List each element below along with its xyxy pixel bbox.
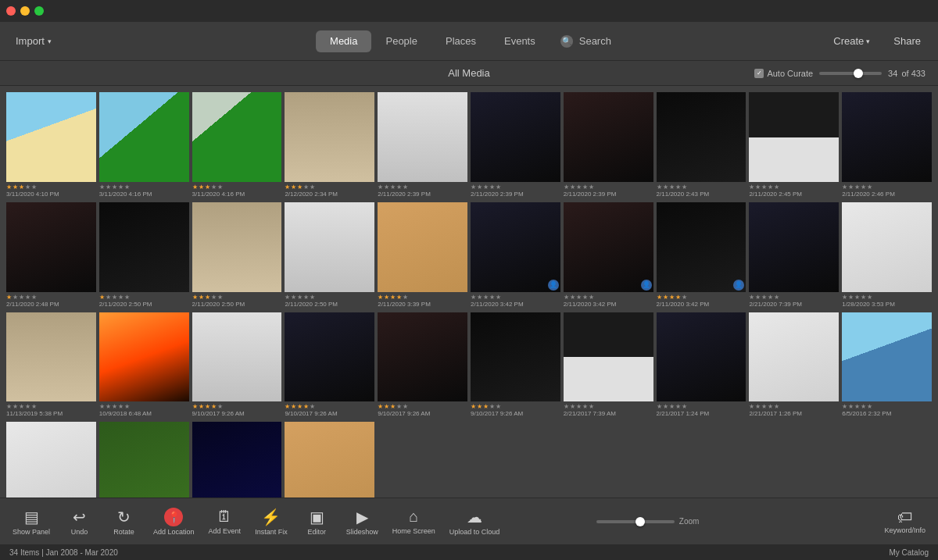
create-button[interactable]: Create ▾ (825, 32, 878, 50)
photo-item-8[interactable]: ★★★★★2/11/2020 2:43 PM (657, 92, 746, 199)
star-5[interactable]: ★ (310, 294, 315, 301)
photo-item-34[interactable]: ★★★★★1/20/2008 11:31 PM (285, 422, 374, 498)
star-rating[interactable]: ★★★★★ (99, 294, 189, 301)
star-3[interactable]: ★ (854, 184, 860, 191)
star-1[interactable]: ★ (378, 403, 383, 410)
star-rating[interactable]: ★★★★★ (471, 403, 560, 410)
star-rating[interactable]: ★★★★★ (564, 294, 653, 301)
star-1[interactable]: ★ (471, 403, 476, 410)
star-5[interactable]: ★ (496, 294, 501, 301)
star-1[interactable]: ★ (842, 184, 847, 191)
star-1[interactable]: ★ (657, 294, 662, 301)
star-5[interactable]: ★ (124, 403, 130, 410)
star-rating[interactable]: ★★★★★ (842, 294, 932, 301)
photo-item-1[interactable]: ★★★★★3/11/2020 4:10 PM (6, 92, 96, 199)
star-2[interactable]: ★ (291, 184, 296, 191)
star-4[interactable]: ★ (211, 294, 217, 301)
star-5[interactable]: ★ (403, 184, 408, 191)
photo-item-2[interactable]: ★★★★★3/11/2020 4:16 PM (99, 92, 189, 199)
star-5[interactable]: ★ (682, 403, 687, 410)
star-4[interactable]: ★ (25, 403, 30, 410)
star-5[interactable]: ★ (682, 184, 687, 191)
star-3[interactable]: ★ (112, 294, 117, 301)
star-2[interactable]: ★ (477, 403, 482, 410)
star-rating[interactable]: ★★★★★ (471, 294, 560, 301)
star-2[interactable]: ★ (199, 184, 204, 191)
photo-grid-container[interactable]: ★★★★★3/11/2020 4:10 PM★★★★★3/11/2020 4:1… (0, 86, 938, 498)
star-2[interactable]: ★ (106, 403, 111, 410)
photo-item-9[interactable]: ★★★★★2/11/2020 2:45 PM (749, 92, 839, 199)
slideshow-button[interactable]: ▶ Slideshow (340, 505, 385, 539)
star-1[interactable]: ★ (285, 294, 290, 301)
star-2[interactable]: ★ (384, 184, 389, 191)
add-location-button[interactable]: 📍 Add Location (147, 505, 201, 539)
star-1[interactable]: ★ (564, 294, 569, 301)
star-2[interactable]: ★ (291, 294, 296, 301)
star-rating[interactable]: ★★★★★ (749, 184, 839, 191)
star-rating[interactable]: ★★★★★ (6, 294, 96, 301)
star-2[interactable]: ★ (199, 294, 204, 301)
star-rating[interactable]: ★★★★★ (99, 184, 189, 191)
thumbnail-size-slider[interactable] (819, 72, 882, 75)
star-2[interactable]: ★ (291, 403, 296, 410)
star-5[interactable]: ★ (589, 403, 594, 410)
star-4[interactable]: ★ (211, 403, 217, 410)
star-2[interactable]: ★ (13, 184, 18, 191)
star-2[interactable]: ★ (755, 184, 761, 191)
star-3[interactable]: ★ (669, 403, 675, 410)
close-button[interactable] (6, 6, 16, 16)
star-1[interactable]: ★ (471, 184, 476, 191)
star-2[interactable]: ★ (477, 184, 482, 191)
star-3[interactable]: ★ (483, 403, 489, 410)
star-3[interactable]: ★ (390, 403, 396, 410)
star-1[interactable]: ★ (192, 403, 198, 410)
star-1[interactable]: ★ (285, 184, 290, 191)
star-5[interactable]: ★ (774, 294, 779, 301)
photo-item-16[interactable]: 👤★★★★★2/11/2020 3:42 PM (471, 202, 560, 309)
auto-curate[interactable]: ✓ Auto Curate (754, 69, 813, 78)
star-4[interactable]: ★ (489, 184, 495, 191)
star-4[interactable]: ★ (396, 403, 402, 410)
star-2[interactable]: ★ (848, 184, 854, 191)
star-2[interactable]: ★ (663, 184, 668, 191)
star-1[interactable]: ★ (749, 294, 754, 301)
zoom-slider[interactable] (596, 520, 675, 523)
star-1[interactable]: ★ (842, 403, 847, 410)
star-rating[interactable]: ★★★★★ (564, 403, 653, 410)
photo-item-13[interactable]: ★★★★★2/11/2020 2:50 PM (192, 202, 282, 309)
star-rating[interactable]: ★★★★★ (285, 403, 374, 410)
photo-item-10[interactable]: ★★★★★2/11/2020 2:46 PM (842, 92, 932, 199)
star-2[interactable]: ★ (663, 294, 668, 301)
star-4[interactable]: ★ (25, 294, 30, 301)
star-4[interactable]: ★ (396, 294, 402, 301)
star-4[interactable]: ★ (768, 184, 773, 191)
star-5[interactable]: ★ (589, 294, 594, 301)
star-5[interactable]: ★ (867, 294, 872, 301)
import-button[interactable]: Import ▾ (9, 32, 58, 50)
star-4[interactable]: ★ (396, 184, 402, 191)
photo-item-4[interactable]: ★★★★★2/12/2020 2:34 PM (285, 92, 374, 199)
star-3[interactable]: ★ (19, 294, 24, 301)
star-3[interactable]: ★ (576, 294, 582, 301)
star-rating[interactable]: ★★★★★ (749, 403, 839, 410)
star-5[interactable]: ★ (217, 294, 223, 301)
star-rating[interactable]: ★★★★★ (285, 184, 374, 191)
star-rating[interactable]: ★★★★★ (99, 403, 189, 410)
star-4[interactable]: ★ (489, 294, 495, 301)
star-3[interactable]: ★ (390, 294, 396, 301)
photo-item-27[interactable]: ★★★★★2/21/2017 7:39 AM (564, 312, 653, 419)
photo-item-18[interactable]: 👤★★★★★2/11/2020 3:42 PM (657, 202, 746, 309)
photo-item-26[interactable]: ★★★★★9/10/2017 9:26 AM (471, 312, 560, 419)
star-1[interactable]: ★ (6, 403, 12, 410)
star-2[interactable]: ★ (848, 294, 854, 301)
star-4[interactable]: ★ (303, 403, 309, 410)
photo-item-25[interactable]: ★★★★★9/10/2017 9:26 AM (378, 312, 467, 419)
star-rating[interactable]: ★★★★★ (749, 294, 839, 301)
star-3[interactable]: ★ (19, 184, 24, 191)
star-4[interactable]: ★ (768, 294, 773, 301)
star-2[interactable]: ★ (755, 294, 761, 301)
star-1[interactable]: ★ (378, 184, 383, 191)
photo-item-14[interactable]: ★★★★★2/11/2020 2:50 PM (285, 202, 374, 309)
star-3[interactable]: ★ (483, 184, 489, 191)
photo-item-23[interactable]: ★★★★★9/10/2017 9:26 AM (192, 312, 282, 419)
